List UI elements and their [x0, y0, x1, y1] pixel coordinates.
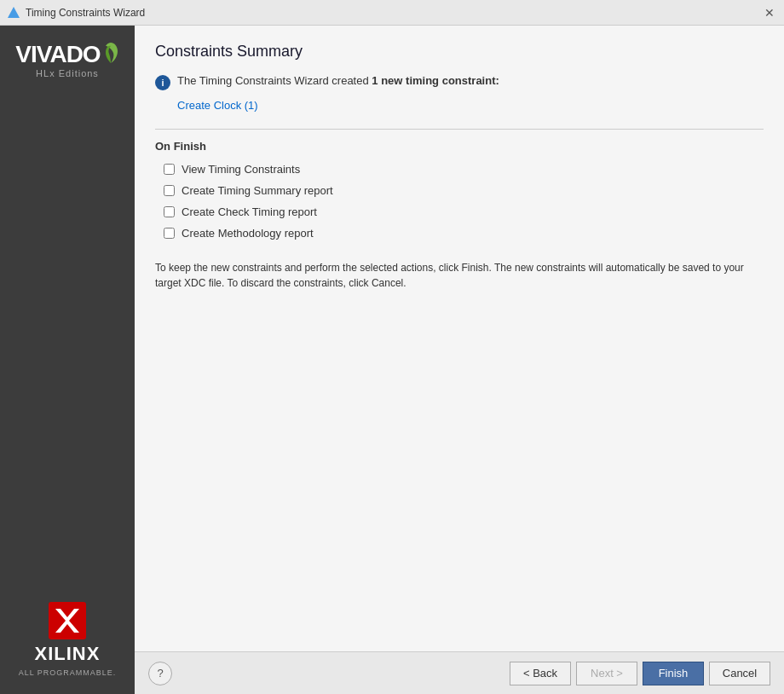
cancel-button[interactable]: Cancel: [709, 662, 770, 685]
info-text: The Timing Constraints Wizard created 1 …: [177, 74, 499, 87]
xilinx-text: XILINX: [35, 643, 101, 665]
info-text-prefix: The Timing Constraints Wizard created: [177, 74, 372, 87]
view-timing-label: View Timing Constraints: [182, 163, 300, 176]
vivado-text: VIVADO: [15, 43, 100, 67]
page-title: Constraints Summary: [155, 43, 764, 61]
info-row: i The Timing Constraints Wizard created …: [155, 74, 764, 90]
on-finish-label: On Finish: [155, 140, 764, 153]
checkbox-item-check-timing[interactable]: Create Check Timing report: [164, 205, 764, 218]
constraint-count: 1 new timing constraint:: [372, 74, 499, 87]
back-button[interactable]: < Back: [510, 662, 571, 685]
timing-summary-checkbox[interactable]: [164, 185, 175, 196]
title-bar-left: Timing Constraints Wizard: [7, 6, 145, 20]
content-area: Constraints Summary i The Timing Constra…: [135, 26, 784, 651]
info-icon: i: [155, 75, 170, 90]
section-divider: [155, 129, 764, 130]
checkbox-item-view-timing[interactable]: View Timing Constraints: [164, 163, 764, 176]
dialog-body: VIVADO HLx Editions XILINX ALL PROGRAMMA…: [0, 26, 784, 694]
constraint-link[interactable]: Create Clock (1): [177, 99, 764, 112]
window-title: Timing Constraints Wizard: [26, 7, 145, 19]
svg-marker-0: [8, 7, 20, 18]
timing-summary-label: Create Timing Summary report: [182, 184, 333, 197]
hlx-text: HLx Editions: [36, 68, 99, 78]
checkbox-item-timing-summary[interactable]: Create Timing Summary report: [164, 184, 764, 197]
next-button[interactable]: Next >: [576, 662, 637, 685]
title-bar: Timing Constraints Wizard ✕: [0, 0, 784, 26]
checkbox-item-methodology[interactable]: Create Methodology report: [164, 227, 764, 240]
checkbox-group: View Timing Constraints Create Timing Su…: [164, 163, 764, 240]
all-programmable-text: ALL PROGRAMMABLE.: [19, 668, 117, 677]
xilinx-logo-area: XILINX ALL PROGRAMMABLE.: [19, 602, 117, 677]
check-timing-label: Create Check Timing report: [182, 205, 317, 218]
footer-text: To keep the new constraints and perform …: [155, 260, 764, 291]
app-icon: [7, 6, 20, 20]
view-timing-checkbox[interactable]: [164, 164, 175, 175]
sidebar: VIVADO HLx Editions XILINX ALL PROGRAMMA…: [0, 26, 135, 694]
methodology-label: Create Methodology report: [182, 227, 314, 240]
main-content: Constraints Summary i The Timing Constra…: [135, 26, 784, 694]
methodology-checkbox[interactable]: [164, 228, 175, 239]
close-button[interactable]: ✕: [762, 5, 777, 20]
check-timing-checkbox[interactable]: [164, 206, 175, 217]
help-button[interactable]: ?: [148, 662, 172, 685]
xilinx-icon: [49, 602, 86, 639]
leaf-icon: [102, 41, 119, 65]
vivado-logo: VIVADO HLx Editions: [15, 43, 118, 78]
finish-button[interactable]: Finish: [643, 662, 704, 685]
button-bar: ? < Back Next > Finish Cancel: [135, 651, 784, 694]
